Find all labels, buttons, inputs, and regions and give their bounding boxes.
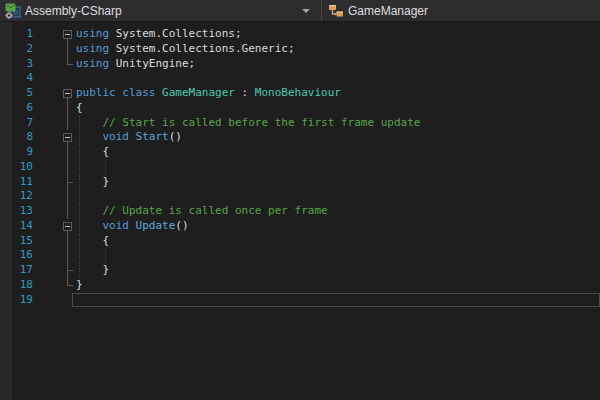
code-line[interactable]: 7 // Start is called before the first fr… [0, 116, 600, 131]
collapse-toggle-icon[interactable] [63, 130, 72, 145]
code-line[interactable]: 19 [0, 293, 600, 308]
code-lines: 1using System.Collections;2using System.… [0, 27, 600, 307]
code-line[interactable]: 3using UnityEngine; [0, 57, 600, 72]
code-text: } [76, 175, 109, 190]
code-token: void [76, 130, 136, 143]
indent-guide [79, 248, 80, 263]
collapse-toggle-icon[interactable] [63, 219, 72, 234]
code-token: () [175, 219, 188, 232]
code-token: // Start is called before the first fram… [76, 116, 420, 129]
indent-guide [79, 189, 80, 204]
collapse-box [63, 222, 72, 231]
code-line[interactable]: 2using System.Collections.Generic; [0, 42, 600, 57]
line-number: 8 [12, 130, 33, 145]
code-token: Update [136, 219, 176, 232]
code-token: { [76, 101, 83, 114]
code-line[interactable]: 9 { [0, 145, 600, 160]
collapse-box [63, 30, 72, 39]
line-number: 3 [12, 57, 33, 72]
outline-guide [67, 204, 68, 219]
class-icon [327, 3, 345, 19]
code-text: } [76, 278, 83, 293]
code-token: System.Collections.Generic; [116, 42, 295, 55]
code-line[interactable]: 4 [0, 71, 600, 86]
code-line[interactable]: 14 void Update() [0, 219, 600, 234]
code-line[interactable]: 16 [0, 248, 600, 263]
line-number: 9 [12, 145, 33, 160]
code-text: { [76, 101, 83, 116]
collapse-box [63, 133, 72, 142]
code-token: public class [76, 86, 162, 99]
collapse-box [63, 89, 72, 98]
indent-guide [105, 248, 106, 263]
indent-guide [79, 160, 80, 175]
code-token: using [76, 57, 116, 70]
code-editor[interactable]: 1using System.Collections;2using System.… [0, 22, 600, 400]
chevron-down-icon [302, 9, 310, 13]
collapse-toggle-icon[interactable] [63, 27, 72, 42]
line-number: 10 [12, 160, 33, 175]
code-text: using UnityEngine; [76, 57, 195, 72]
code-line[interactable]: 1using System.Collections; [0, 27, 600, 42]
code-token: { [76, 234, 109, 247]
code-token: { [76, 145, 109, 158]
code-line[interactable]: 6{ [0, 101, 600, 116]
code-token: } [76, 278, 83, 291]
current-line-highlight [72, 293, 600, 307]
line-number: 11 [12, 175, 33, 190]
code-line[interactable]: 8 void Start() [0, 130, 600, 145]
code-text: { [76, 145, 109, 160]
code-token: () [169, 130, 182, 143]
type-dropdown-label: GameManager [348, 4, 428, 18]
code-token: MonoBehaviour [255, 86, 341, 99]
code-line[interactable]: 11 } [0, 175, 600, 190]
code-token: GameManager [162, 86, 235, 99]
line-number: 17 [12, 263, 33, 278]
csharp-project-icon [4, 3, 22, 19]
line-number: 19 [12, 293, 33, 308]
code-line[interactable]: 12 [0, 189, 600, 204]
outline-guide [67, 248, 68, 263]
code-text: void Start() [76, 130, 182, 145]
collapse-toggle-icon[interactable] [63, 86, 72, 101]
outline-guide [67, 189, 68, 204]
outline-guide [67, 234, 68, 249]
code-line[interactable]: 17 } [0, 263, 600, 278]
code-token: } [76, 263, 109, 276]
code-text: } [76, 263, 109, 278]
code-line[interactable]: 18} [0, 278, 600, 293]
code-token: using [76, 27, 116, 40]
line-number: 18 [12, 278, 33, 293]
code-text: // Update is called once per frame [76, 204, 328, 219]
line-number: 1 [12, 27, 33, 42]
project-dropdown-label: Assembly-CSharp [25, 4, 122, 18]
outline-guide [67, 175, 68, 190]
outline-guide [67, 116, 68, 131]
code-line[interactable]: 15 { [0, 234, 600, 249]
outline-guide [67, 57, 68, 65]
code-text: { [76, 234, 109, 249]
code-token: void [76, 219, 136, 232]
code-token: System.Collections; [116, 27, 242, 40]
code-text: using System.Collections; [76, 27, 242, 42]
code-token: UnityEngine; [116, 57, 195, 70]
code-token: } [76, 175, 109, 188]
line-number: 6 [12, 101, 33, 116]
code-token: using [76, 42, 116, 55]
outline-guide [67, 263, 68, 278]
project-dropdown[interactable]: Assembly-CSharp [0, 0, 321, 21]
outline-guide [67, 145, 68, 160]
type-dropdown[interactable]: GameManager [322, 0, 600, 21]
code-line[interactable]: 5public class GameManager : MonoBehaviou… [0, 86, 600, 101]
code-text: using System.Collections.Generic; [76, 42, 295, 57]
line-number: 5 [12, 86, 33, 101]
line-number: 16 [12, 248, 33, 263]
code-token: : [235, 86, 255, 99]
code-text: void Update() [76, 219, 189, 234]
line-number: 7 [12, 116, 33, 131]
code-line[interactable]: 13 // Update is called once per frame [0, 204, 600, 219]
line-number: 12 [12, 189, 33, 204]
code-line[interactable]: 10 [0, 160, 600, 175]
navigation-bar: Assembly-CSharp GameManager [0, 0, 600, 22]
code-token: // Update is called once per frame [76, 204, 328, 217]
